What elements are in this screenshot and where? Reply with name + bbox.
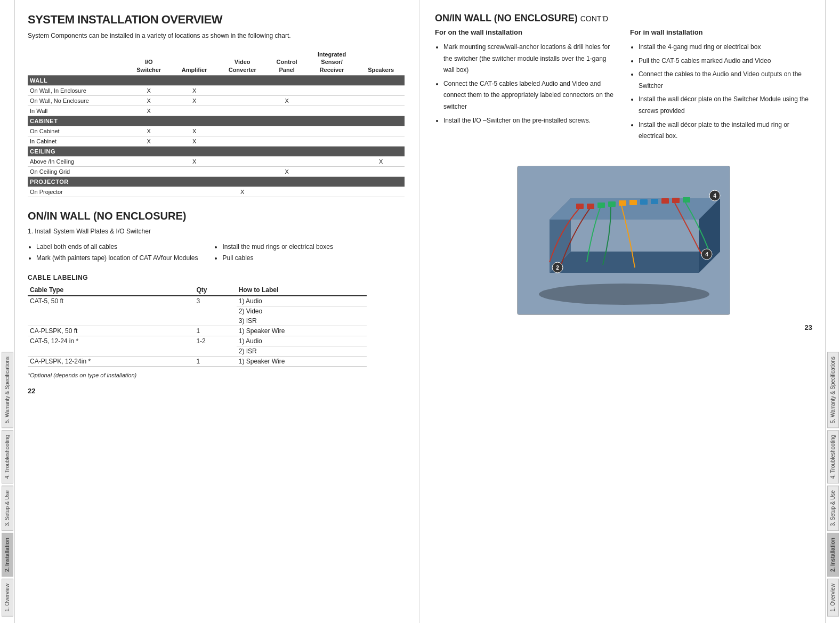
- svg-text:4: 4: [705, 252, 708, 257]
- col-header-sensor: IntegratedSensor/Receiver: [306, 49, 357, 75]
- col-header-location: [28, 49, 126, 75]
- svg-rect-10: [619, 200, 626, 206]
- cable-label: 2) Video: [237, 306, 367, 317]
- cell-io: X: [126, 136, 171, 146]
- sidebar-tab-warranty-right[interactable]: 5. Warranty & Specifications: [827, 352, 839, 428]
- cell-video: [217, 156, 267, 166]
- for-in-wall-heading: For in wall installation: [630, 28, 812, 36]
- cable-type: CA-PLSPK, 50 ft: [28, 326, 194, 336]
- cable-labeling-section: CABLE LABELING Cable Type Qty How to Lab…: [28, 274, 405, 378]
- step1-label: 1. Install System Wall Plates & I/O Swit…: [28, 228, 405, 235]
- list-item: Install the mud rings or electrical boxe…: [222, 241, 333, 253]
- cell-sensor: [306, 156, 357, 166]
- svg-rect-16: [683, 197, 690, 203]
- cell-speakers: [357, 85, 405, 95]
- cell-video: [217, 95, 267, 106]
- page-bottom-right: 23: [435, 323, 812, 331]
- cell-io: X: [126, 95, 171, 106]
- cell-speakers: [357, 126, 405, 136]
- svg-rect-8: [597, 203, 605, 208]
- cable-label: 1) Audio: [237, 296, 367, 306]
- cable-labeling-heading: CABLE LABELING: [28, 274, 405, 281]
- svg-text:4: 4: [713, 193, 716, 199]
- cell-io: X: [126, 126, 171, 136]
- cable-label: 2) ISR: [237, 346, 367, 357]
- cell-sensor: [306, 187, 357, 197]
- row-label: In Wall: [28, 106, 126, 116]
- col-header-amp: Amplifier: [171, 49, 217, 75]
- left-page-intro: System Components can be installed in a …: [28, 31, 405, 41]
- product-image-area: 2 4 4: [435, 166, 812, 315]
- sidebar-tab-warranty-left[interactable]: 5. Warranty & Specifications: [2, 352, 13, 428]
- cable-col-type: Cable Type: [28, 285, 194, 296]
- list-item: Connect the CAT-5 cables labeled Audio a…: [443, 78, 617, 113]
- cell-sensor: [306, 136, 357, 146]
- for-on-wall-col: For on the wall installation Mark mounti…: [435, 28, 617, 144]
- section-projector: PROJECTOR: [28, 176, 405, 187]
- cell-video: [217, 106, 267, 116]
- cell-io: [126, 156, 171, 166]
- sidebar-tab-installation-right[interactable]: 2. Installation: [827, 533, 839, 577]
- svg-rect-11: [629, 200, 637, 205]
- sidebar-tab-overview-right[interactable]: 1. Overview: [827, 579, 839, 617]
- page-bottom-left: 22: [28, 387, 405, 395]
- cell-io: X: [126, 85, 171, 95]
- cable-row: CAT-5, 50 ft 3 1) Audio: [28, 296, 367, 306]
- cell-video: [217, 136, 267, 146]
- table-row: On Ceiling Grid X: [28, 166, 405, 176]
- cell-sensor: [306, 126, 357, 136]
- onwall-section: ON/IN WALL (NO ENCLOSURE) 1. Install Sys…: [28, 210, 405, 378]
- cable-qty: 1: [194, 326, 236, 336]
- table-row: On Cabinet X X: [28, 126, 405, 136]
- list-item: Install the 4-gang mud ring or electrica…: [639, 42, 812, 53]
- cell-speakers: [357, 95, 405, 106]
- sidebar-right: 5. Warranty & Specifications 4. Troubles…: [825, 0, 840, 623]
- svg-marker-2: [550, 252, 720, 273]
- table-row: Above /In Ceiling X X: [28, 156, 405, 166]
- sidebar-left: 5. Warranty & Specifications 4. Troubles…: [0, 0, 15, 623]
- sidebar-tab-installation-left[interactable]: 2. Installation: [2, 533, 13, 577]
- cell-speakers: X: [357, 156, 405, 166]
- section-cabinet: CABINET: [28, 116, 405, 126]
- row-label: On Cabinet: [28, 126, 126, 136]
- list-item: Label both ends of all cables: [36, 241, 198, 253]
- sidebar-tab-troubleshooting-right[interactable]: 4. Troubleshooting: [827, 430, 839, 483]
- table-row: In Wall X: [28, 106, 405, 116]
- cell-control: [267, 136, 306, 146]
- list-item: Connect the cables to the Audio and Vide…: [639, 69, 812, 92]
- left-page-title: SYSTEM INSTALLATION OVERVIEW: [28, 13, 405, 27]
- row-label: On Wall, No Enclosure: [28, 95, 126, 106]
- cell-sensor: [306, 106, 357, 116]
- col-header-control: ControlPanel: [267, 49, 306, 75]
- cell-amp: X: [171, 156, 217, 166]
- cell-amp: [171, 106, 217, 116]
- svg-point-1: [539, 284, 709, 305]
- cable-row: CA-PLSPK, 50 ft 1 1) Speaker Wire: [28, 326, 367, 336]
- sidebar-tab-troubleshooting-left[interactable]: 4. Troubleshooting: [2, 430, 13, 483]
- sidebar-tab-setup-right[interactable]: 3. Setup & Use: [827, 486, 839, 531]
- right-title-main: ON/IN WALL (NO ENCLOSURE): [435, 13, 578, 23]
- svg-rect-12: [640, 199, 648, 205]
- for-on-wall-list: Mark mounting screw/wall-anchor location…: [435, 42, 617, 126]
- section-ceiling: CEILING: [28, 146, 405, 156]
- cell-video: [217, 126, 267, 136]
- cable-type: CAT-5, 12-24 in *: [28, 336, 194, 357]
- cell-speakers: [357, 106, 405, 116]
- cell-video: [217, 166, 267, 176]
- cell-speakers: [357, 187, 405, 197]
- for-columns: For on the wall installation Mark mounti…: [435, 28, 812, 144]
- table-row: On Wall, No Enclosure X X X: [28, 95, 405, 106]
- svg-rect-7: [587, 204, 594, 209]
- page-left: SYSTEM INSTALLATION OVERVIEW System Comp…: [15, 0, 420, 623]
- cell-sensor: [306, 95, 357, 106]
- cable-table: Cable Type Qty How to Label CAT-5, 50 ft…: [28, 285, 367, 367]
- sidebar-tab-setup-left[interactable]: 3. Setup & Use: [2, 486, 13, 531]
- cell-control: X: [267, 95, 306, 106]
- list-item: Pull the CAT-5 cables marked Audio and V…: [639, 55, 812, 67]
- for-in-wall-list: Install the 4-gang mud ring or electrica…: [630, 42, 812, 142]
- cable-type: CA-PLSPK, 12-24in *: [28, 357, 194, 367]
- cable-label: 1) Speaker Wire: [237, 326, 367, 336]
- cell-io: [126, 187, 171, 197]
- sidebar-tab-overview-left[interactable]: 1. Overview: [2, 579, 13, 617]
- cable-row: CA-PLSPK, 12-24in * 1 1) Speaker Wire: [28, 357, 367, 367]
